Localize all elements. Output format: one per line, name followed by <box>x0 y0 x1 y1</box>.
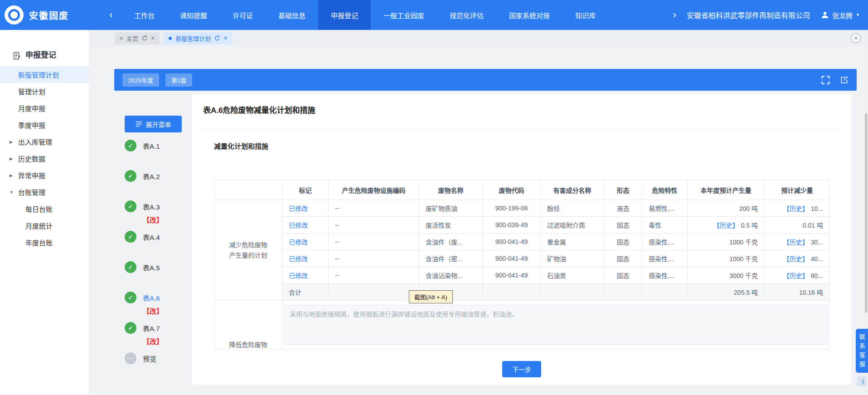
table-total-row: 合计 205.5 吨 10.16 吨 <box>214 284 830 301</box>
cell-component: 过滤吸附介质 <box>541 217 604 234</box>
sidebar-item-management-plan[interactable]: 管理计划 <box>0 83 89 100</box>
refresh-icon[interactable] <box>142 35 147 41</box>
sidebar-item-ledger-management[interactable]: ▼台账管理 <box>0 184 89 200</box>
version-badge: 第1版 <box>165 73 192 87</box>
col-header-group <box>214 180 282 200</box>
history-link[interactable]: 【历史】 <box>783 255 809 263</box>
sidebar-item-inout-management[interactable]: ▶出入库管理 <box>0 133 89 150</box>
nav-item-national-system[interactable]: 国家系统对接 <box>496 0 563 30</box>
step-table-a2[interactable]: ✓表A.2 <box>125 170 202 200</box>
user-menu[interactable]: 张龙腾 ▼ <box>821 10 860 20</box>
row-group2-label: 降低危险废物 <box>214 301 282 349</box>
row-group-label: 减少危险废物产生量的计划 <box>214 200 282 301</box>
modified-link[interactable]: 已修改 <box>289 255 308 263</box>
cell-annual-amount: 【历史】0.5 吨 <box>688 217 765 234</box>
nav-item-notifications[interactable]: 通知提醒 <box>167 0 220 30</box>
modified-link[interactable]: 已修改 <box>289 205 308 212</box>
measure-row: 降低危险废物 采用与地面绝缘隔离，使用钢板进行满焊铺设地面及使用专用输油管道，积… <box>214 301 830 349</box>
tab-new-management-plan[interactable]: 新版管理计划 × <box>164 32 232 44</box>
sidebar-item-monthly-declaration[interactable]: 月度申报 <box>0 100 89 117</box>
sidebar-item-annual-ledger[interactable]: 年度台账 <box>0 234 89 251</box>
col-header-facility-code: 产生危险废物设施编码 <box>329 180 419 200</box>
history-link[interactable]: 【历史】 <box>783 272 809 279</box>
cell-waste-name: 含油沾染物... <box>419 267 483 284</box>
modified-link[interactable]: 已修改 <box>289 239 308 246</box>
table-header-row: 标记 产生危险废物设施编码 废物名称 废物代码 有害成分名称 形态 危险特性 本… <box>214 180 830 200</box>
col-header-hazard: 危险特性 <box>642 180 688 200</box>
tabs-menu-button[interactable]: ✕ <box>851 33 861 43</box>
measure-textarea[interactable]: 采用与地面绝缘隔离，使用钢板进行满焊铺设地面及使用专用输油管道，积油池。 <box>284 305 828 345</box>
col-header-component: 有害成分名称 <box>541 180 604 200</box>
brand: 安徽固废 <box>0 5 89 24</box>
sidebar-item-abnormal-declaration[interactable]: ▶异常申报 <box>0 167 89 184</box>
cell-form: 液态 <box>604 200 642 217</box>
customer-service-button[interactable]: 联系客服 <box>856 329 868 373</box>
sidebar-item-quarterly-declaration[interactable]: 季度申报 <box>0 117 89 133</box>
modified-link[interactable]: 已修改 <box>289 272 308 279</box>
modified-link[interactable]: 已修改 <box>289 222 308 229</box>
history-link[interactable]: 【历史】 <box>783 205 809 212</box>
next-step-button[interactable]: 下一步 <box>502 361 541 377</box>
sidebar-item-new-management-plan[interactable]: 新版管理计划 <box>0 66 89 83</box>
cell-waste-code: 900-041-49 <box>483 234 541 250</box>
step-table-a5[interactable]: ✓表A.5 <box>125 261 202 292</box>
menu-icon <box>136 121 142 127</box>
brand-title: 安徽固废 <box>29 9 69 22</box>
close-icon[interactable]: × <box>151 35 155 41</box>
plan-toolbar: 2025年度 第1版 <box>114 69 857 91</box>
step-table-a7[interactable]: ✓表A.7 【改】 <box>125 322 202 352</box>
nav-scroll-right-icon[interactable]: › <box>669 10 680 20</box>
tab-bar: 主页 × 新版管理计划 × ✕ <box>89 30 868 46</box>
fullscreen-icon[interactable] <box>821 76 830 84</box>
sidebar-item-daily-ledger[interactable]: 每日台账 <box>0 200 89 217</box>
cell-waste-code: 900-041-49 <box>483 250 541 267</box>
nav-item-license[interactable]: 许可证 <box>220 0 266 30</box>
close-icon[interactable]: × <box>223 35 227 41</box>
company-name: 安徽省柏科洪武零部件再制造有限公司 <box>687 10 810 20</box>
cell-reduce-amount: 【历史】10... <box>765 200 830 217</box>
cell-hazard: 感染性,... <box>642 250 688 267</box>
cell-facility-code: -- <box>329 267 419 284</box>
cell-annual-amount: 1000 千克 <box>688 250 765 267</box>
step-table-a4[interactable]: ✓表A.4 <box>125 231 202 261</box>
col-header-mark: 标记 <box>282 180 329 200</box>
cell-reduce-amount: 0.01 吨 <box>765 217 830 234</box>
sidebar-item-monthly-stats[interactable]: 月度统计 <box>0 217 89 234</box>
step-done-icon: ✓ <box>125 322 136 334</box>
chevron-right-icon: ▶ <box>10 156 13 161</box>
cell-hazard: 感染性,... <box>642 267 688 284</box>
table-row: 已修改 -- 废活性炭 900-039-49 过滤吸附介质 固态 毒性 【历史】… <box>214 217 830 234</box>
history-link[interactable]: 【历史】 <box>713 222 739 229</box>
cell-facility-code: -- <box>329 250 419 267</box>
nav-item-knowledge-base[interactable]: 知识库 <box>563 0 608 30</box>
cell-facility-code: -- <box>329 234 419 250</box>
cell-waste-name: 含油件（废... <box>419 234 483 250</box>
step-table-a3[interactable]: ✓表A.3 【改】 <box>125 200 202 231</box>
step-done-icon: ✓ <box>125 200 136 212</box>
nav-item-declaration[interactable]: 申报登记 <box>318 0 371 30</box>
nav-scroll-left-icon[interactable]: ‹ <box>105 10 117 20</box>
expand-menu-button[interactable]: 展开菜单 <box>125 116 182 132</box>
sidebar-menu: 新版管理计划 管理计划 月度申报 季度申报 ▶出入库管理 ▶历史数据 ▶异常申报… <box>0 66 89 251</box>
chevron-down-icon: ▼ <box>10 190 14 195</box>
step-table-a6[interactable]: ✓表A.6 【改】 <box>125 292 202 322</box>
step-done-icon: ✓ <box>125 292 136 303</box>
total-label: 合计 <box>282 284 329 301</box>
nav-item-general-industrial-waste[interactable]: 一般工业固废 <box>371 0 437 30</box>
steps-panel: 展开菜单 ✓表A.1 ✓表A.2 ✓表A.3 【改】 ✓表A.4 ✓表A.5 ✓… <box>125 116 202 383</box>
sidebar-item-history-data[interactable]: ▶历史数据 <box>0 150 89 167</box>
nav-item-workbench[interactable]: 工作台 <box>121 0 167 30</box>
tab-home[interactable]: 主页 × <box>115 32 160 44</box>
user-icon <box>821 11 829 19</box>
scrollbar-thumb[interactable] <box>865 113 868 313</box>
refresh-icon[interactable] <box>214 35 220 41</box>
nav-item-basic-info[interactable]: 基础信息 <box>266 0 318 30</box>
history-link[interactable]: 【历史】 <box>783 239 809 246</box>
cell-waste-code: 900-199-08 <box>483 200 541 217</box>
step-table-a1[interactable]: ✓表A.1 <box>125 140 202 170</box>
edit-icon[interactable] <box>840 76 849 84</box>
total-annual-amount: 205.5 吨 <box>688 284 765 301</box>
step-preview[interactable]: ···预览 <box>125 352 202 383</box>
collapse-button[interactable]: 《 <box>857 376 867 386</box>
nav-item-standard-assessment[interactable]: 规范化评估 <box>437 0 496 30</box>
